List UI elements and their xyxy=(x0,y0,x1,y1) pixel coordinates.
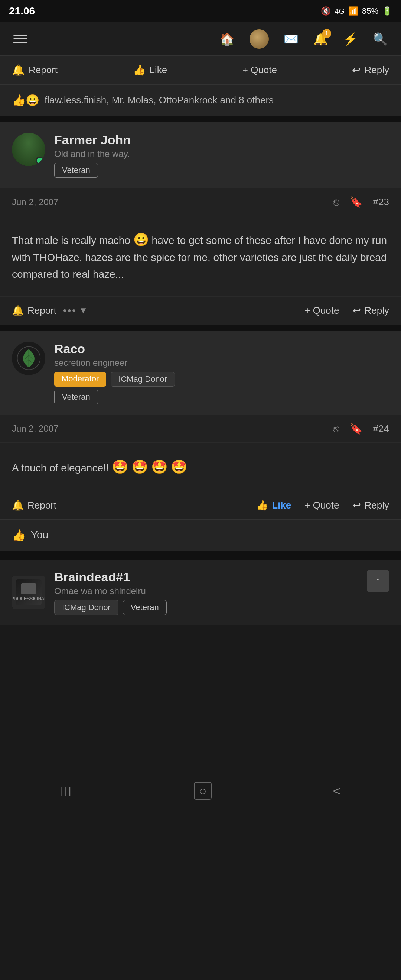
bottom-home-button[interactable]: ○ xyxy=(194,782,212,800)
reply-icon: ↩ xyxy=(352,64,361,76)
messages-icon[interactable]: ✉️ xyxy=(284,32,298,46)
notif-count: 1 xyxy=(322,29,331,38)
like-emojis: 👍😀 xyxy=(12,94,40,107)
post24-like-button[interactable]: 👍 Like xyxy=(256,500,291,511)
post24-date: Jun 2, 2007 xyxy=(12,423,58,434)
post23-body: That male is really macho 😀 have to get … xyxy=(0,216,401,296)
user-avatar[interactable] xyxy=(249,29,269,49)
like-button[interactable]: 👍 Like xyxy=(133,64,168,76)
share-icon-24[interactable]: ⎋ xyxy=(333,423,339,434)
post23-more-button[interactable]: ••• ▼ xyxy=(63,305,88,317)
search-icon[interactable]: 🔍 xyxy=(373,32,388,46)
post23-date: Jun 2, 2007 xyxy=(12,197,58,207)
veteran-badge: Veteran xyxy=(54,163,98,178)
report-button[interactable]: 🔔 Report xyxy=(12,64,57,76)
post-farmer-john: Farmer John Old and in the way. Veteran … xyxy=(0,123,401,325)
braindead-icmag-badge: ICMag Donor xyxy=(54,600,119,615)
braindead-avatar[interactable]: PROFESSIONAL xyxy=(12,576,45,609)
section-divider-3 xyxy=(0,551,401,559)
farmer-avatar[interactable] xyxy=(12,133,45,166)
post23-actions: 🔔 Report ••• ▼ + Quote ↩ Reply xyxy=(0,296,401,325)
bug-emoji-1: 🤩 xyxy=(112,456,128,478)
post23-actions-right: + Quote ↩ Reply xyxy=(304,305,389,317)
post24-text: A touch of elegance!! xyxy=(12,462,109,474)
post24-meta: Jun 2, 2007 ⎋ 🔖 #24 xyxy=(0,415,401,443)
star-eyes-emoji: 🤩 xyxy=(171,456,187,478)
bookmark-icon-24[interactable]: 🔖 xyxy=(350,423,363,435)
share-icon[interactable]: ⎋ xyxy=(333,196,339,208)
post24-report-button[interactable]: 🔔 Report xyxy=(12,500,56,511)
post-header-raco: Raco secretion engineer Moderator ICMag … xyxy=(0,331,401,415)
raco-title: secretion engineer xyxy=(54,358,389,368)
menu-button[interactable] xyxy=(13,35,27,43)
bell-icon: 🔔 xyxy=(12,64,25,76)
chevron-down-icon: ▼ xyxy=(79,305,88,316)
status-time: 21.06 xyxy=(9,5,35,17)
bell-icon-23: 🔔 xyxy=(12,305,24,317)
post23-text: That male is really macho xyxy=(12,235,133,246)
battery-icon: 🔋 xyxy=(382,6,392,16)
section-divider xyxy=(0,116,401,123)
bottom-nav: ||| ○ < xyxy=(0,774,401,808)
post23-report-button[interactable]: 🔔 Report xyxy=(12,305,56,317)
section-divider-2 xyxy=(0,325,401,331)
quote-button[interactable]: + Quote xyxy=(243,64,277,76)
online-indicator xyxy=(36,156,44,165)
post23-quote-button[interactable]: + Quote xyxy=(304,305,339,317)
post23-meta: Jun 2, 2007 ⎋ 🔖 #23 xyxy=(0,188,401,216)
farmer-badges: Veteran xyxy=(54,163,389,178)
post24-emojis: 🤩 🤩 🤩 🤩 xyxy=(112,456,187,478)
status-bar: 21.06 🔇 4G 📶 85% 🔋 xyxy=(0,0,401,22)
reply-icon-23: ↩ xyxy=(353,305,361,317)
home-icon[interactable]: 🏠 xyxy=(220,32,235,46)
icmag-badge: ICMag Donor xyxy=(111,372,175,387)
post-header-farmer: Farmer John Old and in the way. Veteran xyxy=(0,123,401,188)
post24-quote-button[interactable]: + Quote xyxy=(304,500,339,511)
thumbsup-icon-24: 👍 xyxy=(256,500,268,511)
post23-emoji: 😀 xyxy=(133,232,149,247)
bookmark-icon[interactable]: 🔖 xyxy=(350,196,363,208)
reply-icon-24: ↩ xyxy=(353,500,361,511)
leaf-svg xyxy=(17,346,41,370)
braindead-info: Braindead#1 Omae wa mo shindeiru ICMag D… xyxy=(54,570,389,615)
braindead-username[interactable]: Braindead#1 xyxy=(54,570,389,584)
likes-section: 👍😀 flaw.less.finish, Mr. Molas, OttoPank… xyxy=(0,85,401,116)
top-action-bar: 🔔 Report 👍 Like + Quote ↩ Reply xyxy=(0,56,401,85)
notifications-icon[interactable]: 🔔 1 xyxy=(313,32,328,46)
post23-meta-right: ⎋ 🔖 #23 xyxy=(333,196,389,208)
post24-actions: 🔔 Report 👍 Like + Quote ↩ Reply xyxy=(0,491,401,519)
reply-button[interactable]: ↩ Reply xyxy=(352,64,389,76)
scroll-up-button[interactable]: ↑ xyxy=(367,570,389,592)
bottom-back-button[interactable]: < xyxy=(333,784,341,798)
signal-icon: 📶 xyxy=(348,6,358,16)
mute-icon: 🔇 xyxy=(321,6,331,16)
thumbsup-icon: 👍 xyxy=(133,64,146,76)
braindead-badges: ICMag Donor Veteran xyxy=(54,600,389,615)
raco-avatar[interactable] xyxy=(12,342,45,375)
post23-number: #23 xyxy=(373,196,389,208)
post24-actions-right: 👍 Like + Quote ↩ Reply xyxy=(256,500,389,511)
bottom-menu-button[interactable]: ||| xyxy=(60,785,72,797)
farmer-username[interactable]: Farmer John xyxy=(54,133,389,147)
raco-username[interactable]: Raco xyxy=(54,342,389,356)
braindead-title: Omae wa mo shindeiru xyxy=(54,586,389,596)
you-section: 👍 You xyxy=(0,519,401,550)
post-raco: Raco secretion engineer Moderator ICMag … xyxy=(0,331,401,551)
post23-reply-button[interactable]: ↩ Reply xyxy=(353,305,389,317)
bug-emoji-2: 🤩 xyxy=(132,456,148,478)
farmer-user-info: Farmer John Old and in the way. Veteran xyxy=(54,133,389,178)
flash-icon[interactable]: ⚡ xyxy=(343,32,358,46)
veteran-badge-raco: Veteran xyxy=(54,390,98,404)
post23-actions-left: 🔔 Report ••• ▼ xyxy=(12,305,88,317)
raco-user-info: Raco secretion engineer Moderator ICMag … xyxy=(54,342,389,404)
post24-reply-button[interactable]: ↩ Reply xyxy=(353,500,389,511)
network-type: 4G xyxy=(334,7,345,16)
raco-badges-2: Veteran xyxy=(54,390,389,404)
bug-emoji-3: 🤩 xyxy=(151,456,168,478)
post24-meta-right: ⎋ 🔖 #24 xyxy=(333,423,389,435)
braindead-section: PROFESSIONAL Braindead#1 Omae wa mo shin… xyxy=(0,559,401,625)
you-text: You xyxy=(31,529,48,541)
moderator-badge: Moderator xyxy=(54,372,106,387)
raco-badges: Moderator ICMag Donor xyxy=(54,372,389,387)
post24-body: A touch of elegance!! 🤩 🤩 🤩 🤩 xyxy=(0,443,401,491)
